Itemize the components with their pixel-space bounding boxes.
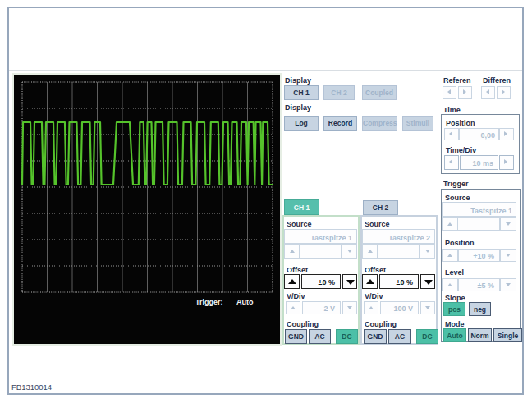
svg-text:Trigger:: Trigger: xyxy=(195,298,223,306)
svg-text:Auto: Auto xyxy=(236,298,254,306)
